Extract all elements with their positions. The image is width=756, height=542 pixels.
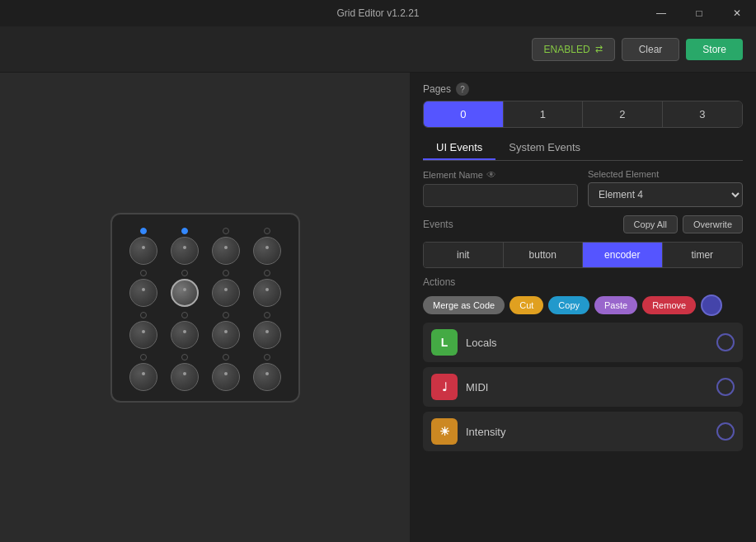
knob-indicator	[264, 312, 270, 318]
event-type-timer[interactable]: timer	[663, 243, 743, 267]
events-row: Events Copy All Overwrite	[423, 215, 743, 233]
knob[interactable]	[171, 321, 199, 349]
knob[interactable]	[212, 363, 240, 391]
pages-label: Pages	[423, 83, 451, 95]
action-item-midi: ♩ MIDI	[423, 367, 743, 407]
copy-button[interactable]: Copy	[548, 296, 589, 314]
knob[interactable]	[171, 363, 199, 391]
knob-indicator	[264, 228, 270, 234]
grid-cell	[249, 270, 285, 307]
action-items-list: L Locals ♩ MIDI ☀ Intensity	[423, 323, 743, 451]
knob[interactable]	[212, 237, 240, 265]
midi-name: MIDI	[466, 381, 708, 394]
add-action-button[interactable]	[701, 295, 722, 316]
knob[interactable]	[212, 279, 240, 307]
grid-cell	[249, 228, 285, 265]
page-button-0[interactable]: 0	[424, 101, 504, 127]
intensity-expand-button[interactable]	[716, 422, 735, 441]
knob-indicator	[181, 354, 188, 361]
right-panel: Pages ? 0 1 2 3 UI Events System Events …	[410, 73, 756, 542]
knob-indicator	[140, 312, 147, 318]
intensity-name: Intensity	[466, 426, 708, 438]
knob[interactable]	[129, 363, 157, 391]
event-type-encoder[interactable]: encoder	[583, 243, 663, 267]
page-button-2[interactable]: 2	[583, 101, 663, 127]
knob-selected[interactable]	[171, 279, 199, 307]
knob-indicator	[140, 228, 147, 234]
cut-button[interactable]: Cut	[509, 296, 543, 314]
knob-indicator	[181, 228, 188, 234]
knob-indicator	[181, 270, 188, 276]
title-bar: Grid Editor v1.2.21 — □ ✕	[0, 0, 756, 26]
tab-ui-events[interactable]: UI Events	[423, 136, 495, 160]
left-panel	[0, 73, 410, 542]
page-button-3[interactable]: 3	[663, 101, 743, 127]
clear-button[interactable]: Clear	[622, 38, 680, 61]
enabled-label: ENABLED	[544, 44, 590, 55]
knob[interactable]	[129, 279, 157, 307]
action-item-locals: L Locals	[423, 323, 743, 362]
knob-indicator	[223, 354, 229, 361]
grid-cell	[208, 228, 244, 265]
knob[interactable]	[171, 237, 199, 265]
page-button-1[interactable]: 1	[504, 101, 584, 127]
grid-cell	[167, 228, 203, 265]
help-icon[interactable]: ?	[456, 82, 469, 96]
store-button[interactable]: Store	[686, 39, 743, 60]
action-item-intensity: ☀ Intensity	[423, 412, 743, 451]
grid-cell	[208, 354, 244, 391]
knob[interactable]	[253, 279, 281, 307]
event-type-button[interactable]: button	[504, 243, 584, 267]
copy-all-button[interactable]: Copy All	[623, 215, 678, 233]
element-name-section: Element Name 👁	[423, 169, 578, 207]
minimize-button[interactable]: —	[642, 0, 680, 26]
tab-system-events[interactable]: System Events	[495, 136, 594, 160]
element-row: Element Name 👁 Selected Element Element …	[423, 169, 743, 207]
grid-device	[110, 213, 300, 403]
knob[interactable]	[129, 237, 157, 265]
grid-cell	[125, 228, 162, 265]
grid-cell	[125, 312, 162, 349]
midi-expand-button[interactable]	[716, 378, 735, 396]
enabled-button[interactable]: ENABLED ⇄	[532, 38, 615, 61]
selected-element-section: Selected Element Element 1 Element 2 Ele…	[588, 169, 743, 207]
grid-cell	[167, 354, 203, 391]
midi-icon: ♩	[431, 374, 458, 400]
knob[interactable]	[253, 363, 281, 391]
selected-element-label: Selected Element	[588, 169, 743, 179]
knob[interactable]	[253, 237, 281, 265]
actions-toolbar: Merge as Code Cut Copy Paste Remove	[423, 295, 743, 316]
eye-icon: 👁	[486, 169, 496, 181]
remove-button[interactable]: Remove	[642, 296, 696, 314]
knob[interactable]	[212, 321, 240, 349]
selected-element-dropdown[interactable]: Element 1 Element 2 Element 3 Element 4 …	[588, 182, 743, 207]
knob[interactable]	[253, 321, 281, 349]
pages-section: Pages ? 0 1 2 3	[423, 82, 743, 128]
grid-cell	[125, 270, 162, 307]
close-button[interactable]: ✕	[718, 0, 756, 26]
overwrite-button[interactable]: Overwrite	[683, 215, 743, 233]
event-type-init[interactable]: init	[424, 243, 504, 267]
knob-indicator	[264, 354, 270, 361]
knob[interactable]	[129, 321, 157, 349]
grid-cell	[125, 354, 162, 391]
pages-header: Pages ?	[423, 82, 743, 96]
knob-indicator	[264, 270, 270, 276]
locals-expand-button[interactable]	[716, 333, 735, 351]
grid-cell	[208, 270, 244, 307]
knob-indicator	[140, 270, 147, 276]
locals-name: Locals	[466, 337, 708, 349]
element-name-input[interactable]	[423, 184, 578, 207]
knob-indicator	[223, 228, 229, 234]
maximize-button[interactable]: □	[680, 0, 718, 26]
grid-cell	[249, 354, 285, 391]
merge-as-code-button[interactable]: Merge as Code	[423, 296, 505, 314]
grid-cell	[249, 312, 285, 349]
knob-indicator	[223, 312, 229, 318]
actions-label: Actions	[423, 276, 743, 288]
grid-cell	[167, 312, 203, 349]
events-actions: Copy All Overwrite	[623, 215, 743, 233]
paste-button[interactable]: Paste	[594, 296, 637, 314]
pages-buttons: 0 1 2 3	[423, 101, 743, 128]
events-label: Events	[423, 219, 453, 230]
